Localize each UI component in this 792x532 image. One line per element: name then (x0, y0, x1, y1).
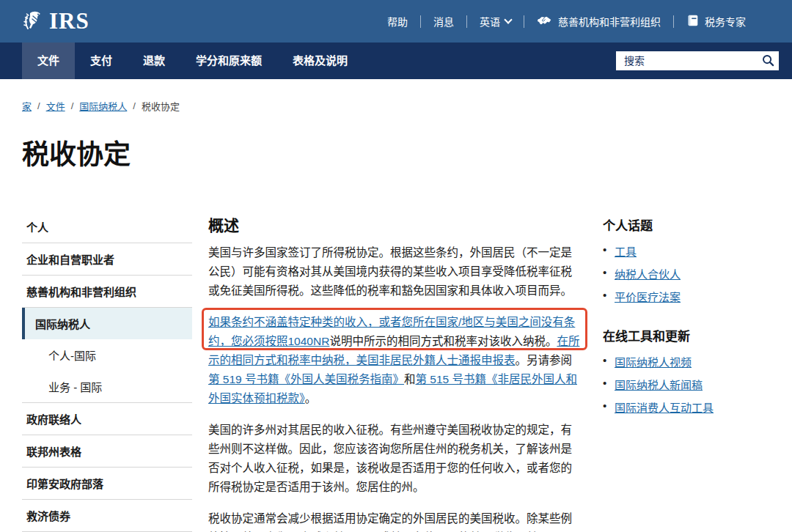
online-tools-list: 国际纳税人视频 国际纳税人新闻稿 国际消费人互动工具 (603, 354, 777, 415)
sidebar-item-international-taxpayers[interactable]: 国际纳税人 (22, 308, 192, 339)
overview-heading: 概述 (208, 213, 581, 235)
page-title: 税收协定 (22, 133, 792, 172)
content-columns: 个人 企业和自营职业者 慈善机构和非营利组织 国际纳税人 个人-国际 业务 - … (22, 211, 770, 532)
sidebar-item-businesses-international[interactable]: 业务 - 国际 (22, 371, 192, 403)
list-item: 平价医疗法案 (603, 289, 777, 304)
online-tools-heading: 在线工具和更新 (603, 326, 777, 344)
paragraph-states: 美国的许多州对其居民的收入征税。有些州遵守美国税收协定的规定，有些州则不这样做。… (208, 421, 581, 497)
charities-link[interactable]: 慈善机构和非营利组织 (524, 14, 673, 29)
irs-logo[interactable]: IRS (21, 7, 89, 36)
link-tools[interactable]: 工具 (615, 245, 637, 258)
breadcrumb-current: 税收协定 (142, 99, 180, 113)
paragraph-treaty-links: 如果条约不涵盖特定种类的收入，或者您所在国家/地区与美国之间没有条约，您必须按照… (208, 313, 581, 408)
list-item: 纳税人合伙人 (603, 266, 777, 281)
treaty-links-paragraph-wrap: 如果条约不涵盖特定种类的收入，或者您所在国家/地区与美国之间没有条约，您必须按照… (208, 313, 581, 408)
sidebar-item-individuals[interactable]: 个人 (22, 211, 192, 243)
utility-nav: 帮助 消息 英语 慈善机构和非营利组织 (375, 14, 758, 29)
section-sidebar: 个人 企业和自营职业者 慈善机构和非营利组织 国际纳税人 个人-国际 业务 - … (22, 211, 192, 532)
irs-eagle-icon (21, 7, 47, 36)
sidebar-item-charities[interactable]: 慈善机构和非营利组织 (22, 276, 192, 308)
link-pub-519[interactable]: 第 519 号书籍《外国人美国税务指南》 (208, 373, 404, 385)
tab-file[interactable]: 文件 (22, 43, 75, 79)
book-icon (686, 14, 700, 29)
breadcrumb-home[interactable]: 家 (22, 99, 32, 113)
link-taxpayer-partners[interactable]: 纳税人合伙人 (615, 268, 681, 281)
paragraph-intro: 美国与许多国家签订了所得税协定。根据这些条约，外国居民（不一定是公民）可能有资格… (208, 243, 581, 300)
list-item: 工具 (603, 243, 777, 259)
individual-topics-heading: 个人话题 (603, 215, 777, 234)
list-item: 国际纳税人视频 (603, 354, 777, 369)
logo-wordmark: IRS (49, 8, 89, 34)
sidebar-item-federal-state-forms[interactable]: 联邦州表格 (22, 435, 192, 468)
tab-pay[interactable]: 支付 (75, 43, 128, 79)
individual-topics-list: 工具 纳税人合伙人 平价医疗法案 (603, 243, 777, 304)
link-intl-consumer-tool[interactable]: 国际消费人互动工具 (615, 402, 714, 414)
site-header: IRS 帮助 消息 英语 慈善机构和非营利组织 (0, 0, 792, 43)
search-box (616, 51, 779, 70)
chevron-down-icon (504, 15, 512, 23)
language-selector[interactable]: 英语 (467, 14, 524, 29)
list-item: 国际消费人互动工具 (603, 399, 777, 415)
sidebar-item-individuals-international[interactable]: 个人-国际 (22, 339, 192, 371)
breadcrumb-international[interactable]: 国际纳税人 (79, 99, 127, 113)
tab-credits-deductions[interactable]: 学分和原来额 (180, 43, 277, 79)
tab-forms-instructions[interactable]: 表格及说明 (277, 43, 363, 79)
list-item: 国际纳税人新闻稿 (603, 377, 777, 392)
sidebar-item-government-liaisons[interactable]: 政府联络人 (22, 403, 192, 435)
paragraph-treaty-reduction: 税收协定通常会减少根据适用协定确定的外国居民的美国税收。除某些例外情况外，它们不… (208, 509, 581, 532)
handshake-icon (537, 14, 553, 29)
breadcrumb: 家 / 文件 / 国际纳税人 / 税收协定 (22, 99, 792, 113)
help-link[interactable]: 帮助 (375, 14, 420, 29)
tab-refunds[interactable]: 退款 (128, 43, 180, 79)
link-intl-taxpayer-news[interactable]: 国际纳税人新闻稿 (615, 379, 703, 391)
sidebar-item-indian-tribal-governments[interactable]: 印第安政府部落 (22, 468, 192, 500)
messages-link[interactable]: 消息 (421, 14, 466, 29)
primary-nav: 文件 支付 退款 学分和原来额 表格及说明 (0, 43, 792, 79)
link-intl-taxpayer-videos[interactable]: 国际纳税人视频 (615, 356, 692, 369)
search-input[interactable] (616, 51, 779, 70)
article: 概述 美国与许多国家签订了所得税协定。根据这些条约，外国居民（不一定是公民）可能… (208, 211, 581, 532)
tax-pros-link[interactable]: 税务专家 (674, 14, 758, 29)
sidebar-item-businesses[interactable]: 企业和自营职业者 (22, 243, 192, 276)
breadcrumb-file[interactable]: 文件 (46, 99, 65, 113)
sidebar-item-tax-exempt-bonds[interactable]: 救济债券 (22, 500, 192, 532)
link-aca[interactable]: 平价医疗法案 (615, 291, 681, 303)
search-icon[interactable] (761, 54, 774, 67)
right-rail: 个人话题 工具 纳税人合伙人 平价医疗法案 在线工具和更新 国际纳税人视频 国际… (603, 211, 777, 532)
